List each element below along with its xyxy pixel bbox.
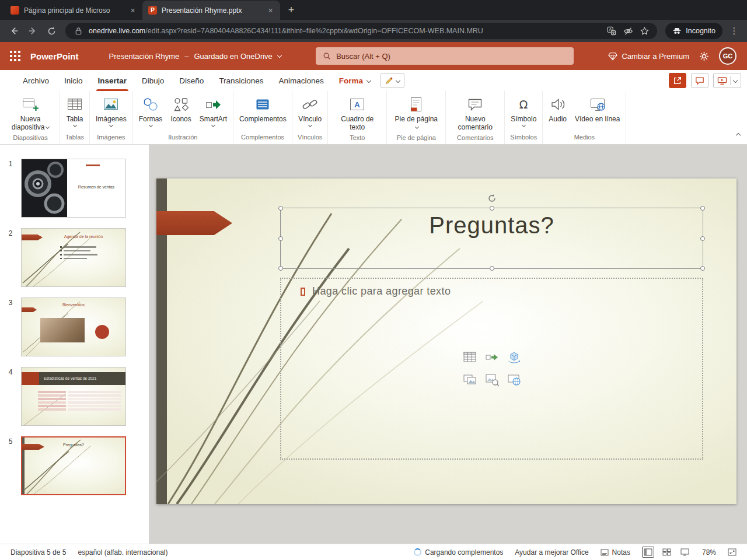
settings-gear-icon[interactable] (699, 51, 710, 62)
tab-inicio[interactable]: Inicio (57, 70, 90, 91)
slide-thumbnail-3[interactable]: Bienvenidos (21, 298, 126, 356)
table-button[interactable]: Tabla (62, 94, 88, 128)
document-title[interactable]: Presentación Rhyme (109, 52, 180, 61)
audio-button[interactable]: Audio (544, 94, 571, 124)
slide-title-text[interactable]: Preguntas? (429, 212, 554, 239)
button-label: Símbolo (511, 115, 536, 123)
comments-button[interactable] (691, 73, 708, 88)
collapse-ribbon-button[interactable] (736, 129, 740, 139)
incognito-icon (672, 27, 682, 35)
browser-tab-home[interactable]: Página principal de Microso × (5, 1, 142, 20)
tab-animaciones[interactable]: Animaciones (271, 70, 331, 91)
microsoft365-icon (11, 6, 19, 15)
title-placeholder-selected[interactable]: Preguntas? (280, 208, 703, 269)
group-label: Imágenes (93, 132, 128, 144)
app-name: PowerPoint (30, 51, 79, 61)
footer-button[interactable]: Pie de página (389, 94, 444, 132)
reload-button[interactable] (43, 23, 60, 39)
resize-handle-middle-left[interactable] (278, 236, 283, 241)
resize-handle-bottom-left[interactable] (278, 266, 283, 271)
rotate-handle[interactable] (487, 194, 497, 203)
resize-handle-top-middle[interactable] (490, 206, 494, 211)
online-video-button[interactable]: Vídeo en línea (571, 94, 624, 124)
new-tab-button[interactable]: + (284, 2, 299, 18)
forward-button[interactable] (25, 23, 41, 39)
language-selector[interactable]: español (alfab. internacional) (72, 548, 173, 556)
insert-smartart-icon[interactable] (484, 349, 500, 366)
resize-handle-bottom-middle[interactable] (490, 266, 494, 271)
normal-view-button[interactable] (642, 547, 654, 558)
new-comment-button[interactable]: Nuevo comentario (448, 94, 502, 132)
present-button[interactable] (713, 73, 741, 88)
editing-canvas[interactable]: Preguntas? Haga clic para agregar texto (149, 145, 747, 544)
symbol-button[interactable]: Ω Símbolo (507, 94, 540, 128)
resize-handle-bottom-right[interactable] (700, 266, 705, 271)
shapes-button[interactable]: Formas (135, 94, 167, 128)
document-info: Presentación Rhyme – Guardado en OneDriv… (109, 52, 281, 61)
insert-3d-model-icon[interactable] (506, 349, 522, 366)
zoom-level[interactable]: 78% (696, 548, 722, 556)
slide-thumbnail-4[interactable]: Estadísticas de ventas de 2021 (21, 367, 126, 426)
slide-surface[interactable]: Preguntas? Haga clic para agregar texto (156, 178, 736, 504)
smartart-button[interactable]: SmartArt (196, 94, 231, 128)
back-button[interactable] (6, 23, 22, 39)
address-bar[interactable]: onedrive.live.com/edit.aspx?resid=7A8040… (65, 23, 657, 39)
addins-button[interactable]: Complementos (235, 94, 290, 124)
search-input[interactable]: Buscar (Alt + Q) (316, 47, 574, 65)
slideshow-view-button[interactable] (679, 547, 690, 557)
translate-icon[interactable]: A (606, 25, 617, 37)
tab-dibujo[interactable]: Dibujo (134, 70, 172, 91)
upgrade-premium-button[interactable]: Cambiar a Premium (608, 52, 689, 61)
pictures-button[interactable]: Imágenes (92, 94, 131, 128)
tab-title: Presentación Rhyme.pptx (162, 6, 261, 15)
incognito-badge: Incognito (665, 23, 722, 39)
resize-handle-top-right[interactable] (700, 206, 705, 211)
bookmark-star-icon[interactable] (638, 25, 650, 37)
browser-tab-presentation[interactable]: P Presentación Rhyme.pptx × (142, 1, 280, 20)
button-label: Formas (139, 115, 163, 123)
insert-picture-icon[interactable] (462, 372, 478, 388)
slide-thumbnail-1[interactable]: Resumen de ventas (21, 159, 126, 218)
premium-diamond-icon (608, 52, 617, 61)
tab-transiciones[interactable]: Transiciones (211, 70, 271, 91)
slide-thumbnail-5-selected[interactable]: Preguntas? (21, 436, 126, 495)
insert-stock-image-icon[interactable] (484, 372, 500, 388)
tab-diseno[interactable]: Diseño (172, 70, 211, 91)
forma-tab-dropdown[interactable] (366, 70, 376, 91)
improve-office-link[interactable]: Ayudar a mejorar Office (509, 548, 594, 556)
browser-menu-icon[interactable]: ⋮ (727, 26, 741, 36)
close-tab-icon[interactable]: × (128, 5, 138, 15)
share-button[interactable] (669, 73, 686, 88)
content-placeholder[interactable]: Haga clic para agregar texto (280, 278, 703, 460)
close-tab-icon[interactable]: × (266, 5, 275, 15)
slide-thumbnail-2[interactable]: Agenda de la reunión (21, 228, 126, 287)
tab-forma-contextual[interactable]: Forma (331, 70, 366, 91)
resize-handle-middle-right[interactable] (700, 236, 705, 241)
eye-blocked-icon[interactable] (622, 25, 634, 37)
new-slide-button[interactable]: Nueva diapositiva (3, 94, 58, 132)
app-launcher-icon[interactable] (6, 47, 25, 65)
browser-tab-strip: Página principal de Microso × P Presenta… (0, 0, 747, 20)
icons-button[interactable]: Iconos (166, 94, 195, 124)
account-avatar[interactable]: GC (719, 47, 736, 65)
group-label: Diapositivas (9, 132, 51, 144)
search-placeholder: Buscar (Alt + Q) (336, 52, 390, 61)
insert-online-video-icon[interactable] (506, 372, 522, 388)
placeholder-prompt[interactable]: Haga clic para agregar texto (281, 279, 702, 298)
group-label: Tablas (62, 132, 88, 144)
save-status[interactable]: Guardado en OneDrive (194, 52, 272, 61)
insert-table-icon[interactable] (462, 349, 478, 366)
resize-handle-top-left[interactable] (278, 206, 283, 211)
slide-number: 2 (0, 228, 21, 287)
tab-insertar[interactable]: Insertar (90, 70, 135, 91)
slide-sorter-view-button[interactable] (661, 547, 672, 557)
link-button[interactable]: Vínculo (294, 94, 326, 128)
ribbon-group-simbolos: Ω Símbolo Símbolos (505, 91, 543, 144)
slide-row-3: 3 Bienvenidos (0, 298, 149, 356)
notes-toggle[interactable]: Notas (595, 548, 636, 556)
tab-archivo[interactable]: Archivo (15, 70, 57, 91)
textbox-button[interactable]: A Cuadro de texto (330, 94, 385, 132)
fit-slide-button[interactable] (722, 548, 742, 556)
symbol-icon: Ω (515, 95, 532, 114)
editing-mode-button[interactable] (381, 73, 404, 88)
